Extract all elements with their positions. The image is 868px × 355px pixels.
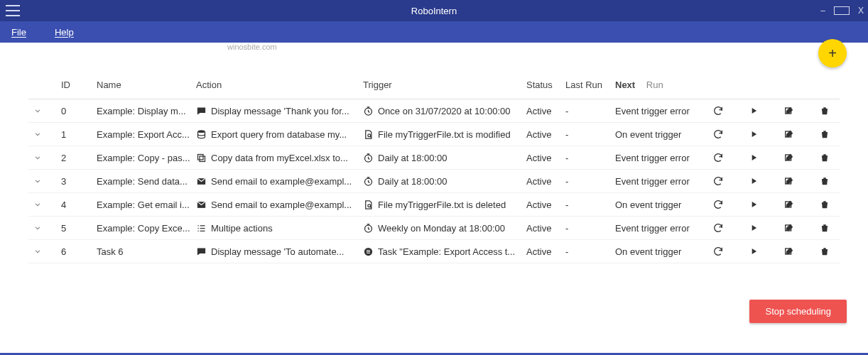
cell-last-run: - [565,106,615,116]
refresh-button[interactable] [712,245,725,258]
table-container: ID Name Action Trigger Status Last Run N… [0,43,868,263]
edit-button[interactable] [783,245,796,258]
play-icon [749,223,759,233]
table-row[interactable]: 2 Example: Copy - pas... Copy data from … [28,146,840,170]
refresh-button[interactable] [712,222,725,234]
copy-icon [196,153,207,163]
cell-trigger: File myTriggerFile.txt is modified [363,129,526,140]
run-button[interactable] [747,104,760,117]
cell-last-run: - [565,153,615,163]
expand-toggle[interactable] [33,200,61,209]
refresh-button[interactable] [712,104,725,117]
edit-button[interactable] [783,151,796,164]
edit-icon [783,199,795,210]
table-row[interactable]: 0 Example: Display m... Display message … [28,99,840,123]
edit-icon [783,222,795,234]
run-button[interactable] [747,222,760,234]
cell-name: Example: Copy - pas... [97,153,196,163]
col-action: Action [196,80,363,90]
cell-last-run: - [565,246,615,257]
cell-action: Export query from database my... [196,129,363,140]
edit-button[interactable] [783,104,796,117]
edit-icon [783,175,795,187]
refresh-icon [712,222,724,234]
close-button[interactable]: X [858,6,864,16]
expand-toggle[interactable] [33,106,61,116]
mail-icon [196,200,207,210]
delete-button[interactable] [818,104,831,117]
cell-action: Display message 'Thank you for... [196,106,363,116]
run-button[interactable] [747,128,760,141]
expand-toggle[interactable] [33,223,61,233]
cell-status: Active [526,246,565,257]
run-button[interactable] [747,245,760,258]
clock-icon [363,106,374,116]
col-status: Status [526,80,565,90]
refresh-button[interactable] [712,128,725,141]
refresh-button[interactable] [712,151,725,164]
cell-last-run: - [565,129,615,140]
refresh-button[interactable] [712,198,725,211]
cell-next-run: On event trigger [615,246,700,257]
trash-icon [820,200,830,209]
clock-icon [363,176,374,187]
edit-button[interactable] [783,198,796,211]
cell-status: Active [526,176,565,187]
menu-file[interactable]: File [11,27,26,38]
delete-button[interactable] [818,245,831,258]
cell-next-run: Event trigger error [615,223,700,234]
message-icon [196,246,207,257]
cell-name: Example: Send data... [97,176,196,187]
delete-button[interactable] [818,175,831,187]
table-row[interactable]: 5 Example: Copy Exce... Multipe actions … [28,217,840,240]
expand-toggle[interactable] [33,129,61,139]
run-button[interactable] [747,175,760,187]
clock-icon [363,223,374,234]
db-icon [196,129,207,140]
delete-button[interactable] [818,198,831,211]
table-row[interactable]: 3 Example: Send data... Send email to ex… [28,170,840,193]
minimize-button[interactable]: – [820,6,825,16]
cell-next-run: Event trigger error [615,176,700,187]
cell-last-run: - [565,176,615,187]
hamburger-menu-icon[interactable] [6,5,20,16]
table-row[interactable]: 6 Task 6 Display message 'To automate...… [28,240,840,263]
refresh-icon [712,175,724,187]
expand-toggle[interactable] [33,246,61,256]
cell-status: Active [526,223,565,234]
chevron-down-icon [33,246,43,256]
list-icon [196,223,207,234]
col-id: ID [61,80,97,90]
add-task-button[interactable]: + [818,39,847,67]
play-icon [749,246,759,256]
expand-toggle[interactable] [33,153,61,163]
stop-scheduling-button[interactable]: Stop scheduling [749,300,847,323]
table-row[interactable]: 1 Example: Export Acc... Export query fr… [28,123,840,146]
delete-button[interactable] [818,151,831,164]
delete-button[interactable] [818,128,831,141]
expand-toggle[interactable] [33,176,61,186]
col-name: Name [97,80,196,90]
cell-action: Display message 'To automate... [196,246,363,257]
maximize-button[interactable] [834,6,850,15]
cell-id: 5 [61,223,97,234]
menu-help[interactable]: Help [55,27,74,38]
chevron-down-icon [33,153,43,163]
mail-icon [196,176,207,187]
cell-id: 4 [61,200,97,210]
play-icon [749,106,759,116]
cell-action: Multipe actions [196,223,363,234]
run-button[interactable] [747,151,760,164]
trash-icon [820,176,830,186]
cell-status: Active [526,129,565,140]
table-row[interactable]: 4 Example: Get email i... Send email to … [28,193,840,217]
refresh-button[interactable] [712,175,725,187]
run-button[interactable] [747,198,760,211]
edit-button[interactable] [783,128,796,141]
cell-status: Active [526,106,565,116]
cell-trigger: Weekly on Monday at 18:00:00 [363,223,526,234]
delete-button[interactable] [818,222,831,234]
message-icon [196,106,207,116]
edit-button[interactable] [783,222,796,234]
edit-button[interactable] [783,175,796,187]
